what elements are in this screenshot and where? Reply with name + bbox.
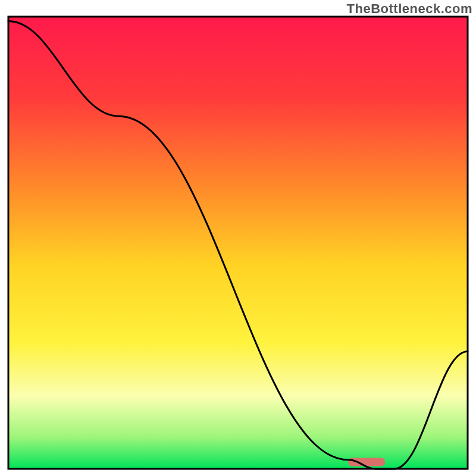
watermark-text: TheBottleneck.com	[347, 1, 472, 17]
optimal-marker	[348, 458, 385, 466]
plot-area	[8, 17, 468, 469]
chart-frame: TheBottleneck.com	[0, 0, 476, 476]
bottleneck-chart	[0, 0, 476, 476]
